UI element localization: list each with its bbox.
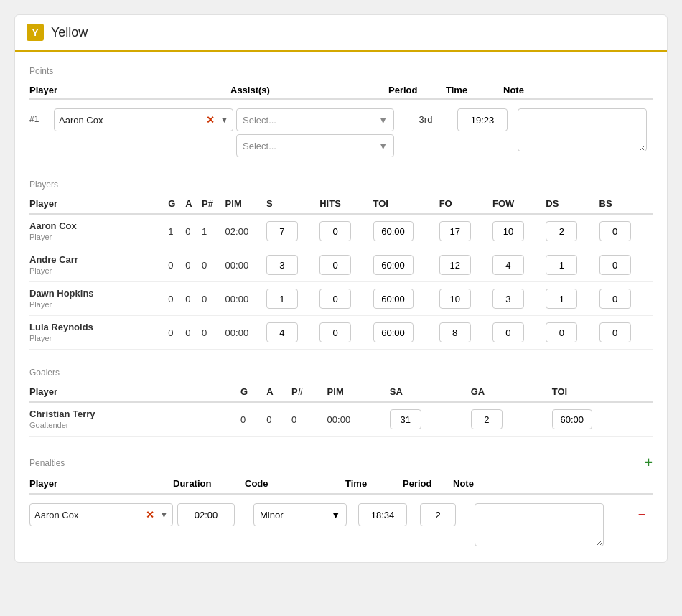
points-section-label: Points (29, 66, 653, 76)
player-toi-input[interactable] (373, 289, 414, 309)
team-badge: Y (27, 24, 44, 41)
players-col-toi: TOI (373, 195, 439, 214)
goaler-role: Goaltender (29, 421, 68, 429)
penalties-col-code: Code (245, 478, 345, 489)
player-p: 0 (202, 282, 225, 316)
points-player-name: Aaron Cox (59, 115, 200, 126)
points-note-textarea[interactable] (518, 108, 647, 151)
player-hits-input[interactable] (319, 255, 351, 275)
goaler-sa-input[interactable] (390, 409, 421, 429)
player-pim: 00:00 (225, 282, 266, 316)
player-a: 0 (185, 214, 202, 248)
players-col-p: P# (202, 195, 225, 214)
goaler-toi-input[interactable] (552, 409, 592, 429)
player-s-input[interactable] (266, 255, 298, 275)
player-hits-input[interactable] (319, 221, 351, 241)
points-player-clear-button[interactable]: ✕ (205, 114, 216, 126)
col-assists: Assist(s) (230, 85, 388, 95)
player-pim: 00:00 (225, 248, 266, 282)
player-fow-input[interactable] (492, 322, 524, 342)
divider-1 (29, 172, 653, 172)
points-player-select[interactable]: Aaron Cox ✕ ▼ (54, 108, 233, 131)
penalty-player-select[interactable]: Aaron Cox ✕ ▼ (29, 503, 173, 526)
table-row: Andre Carr Player 0 0 0 00:00 (29, 248, 653, 282)
players-col-player: Player (29, 195, 168, 214)
goaler-name: Christian Terry (29, 409, 236, 419)
penalties-col-duration: Duration (173, 478, 245, 489)
player-s-input[interactable] (266, 289, 298, 309)
player-ds-input[interactable] (546, 255, 577, 275)
player-hits-input[interactable] (319, 322, 351, 342)
player-toi-input[interactable] (373, 255, 414, 275)
player-ds-input[interactable] (546, 322, 577, 342)
goalers-col-g: G (240, 383, 266, 402)
penalties-col-period: Period (403, 478, 453, 489)
points-player-chevron-icon: ▼ (220, 116, 228, 124)
assist2-chevron-icon: ▼ (378, 141, 388, 151)
player-bs-input[interactable] (599, 255, 631, 275)
assist2-select[interactable]: Select... ▼ (236, 134, 394, 157)
goaler-ga-input[interactable] (471, 409, 503, 429)
player-role: Player (29, 300, 52, 309)
player-g: 0 (168, 282, 185, 316)
add-penalty-button[interactable]: + (644, 454, 653, 471)
goalers-col-a: A (266, 383, 291, 402)
goaler-a: 0 (266, 402, 291, 437)
players-col-fo: FO (439, 195, 492, 214)
players-table: Player G A P# PIM S HITS TOI FO FOW DS B… (29, 195, 653, 350)
player-a: 0 (185, 248, 202, 282)
divider-3 (29, 447, 653, 447)
player-fo-input[interactable] (439, 322, 471, 342)
goalers-col-p: P# (291, 383, 327, 402)
points-time-input[interactable] (457, 108, 508, 131)
player-pim: 00:00 (225, 316, 266, 350)
penalties-section-label: Penalties (29, 458, 65, 468)
penalty-code-select[interactable]: Minor ▼ (253, 503, 347, 526)
player-s-input[interactable] (266, 221, 298, 241)
player-fow-input[interactable] (492, 255, 524, 275)
assist2-placeholder: Select... (243, 141, 276, 151)
player-bs-input[interactable] (599, 221, 631, 241)
player-fow-input[interactable] (492, 289, 524, 309)
player-p: 1 (202, 214, 225, 248)
table-row: Lula Reynolds Player 0 0 0 00:00 (29, 316, 653, 350)
assist1-chevron-icon: ▼ (378, 115, 388, 126)
player-name-cell: Lula Reynolds Player (29, 316, 168, 350)
player-a: 0 (185, 316, 202, 350)
goalers-col-ga: GA (471, 383, 552, 402)
table-row: Aaron Cox Player 1 0 1 02:00 (29, 214, 653, 248)
player-toi-input[interactable] (373, 221, 414, 241)
remove-penalty-button[interactable]: − (631, 508, 653, 523)
assist1-select[interactable]: Select... ▼ (236, 108, 394, 131)
goalers-col-pim: PIM (327, 383, 390, 402)
col-time: Time (446, 85, 503, 95)
player-fo-input[interactable] (439, 221, 471, 241)
penalty-period-input[interactable] (420, 503, 456, 526)
goalers-section-label: Goalers (29, 368, 653, 378)
penalties-col-player: Player (29, 478, 173, 489)
player-fo-input[interactable] (439, 255, 471, 275)
col-note: Note (503, 85, 653, 95)
player-bs-input[interactable] (599, 289, 631, 309)
players-col-hits: HITS (319, 195, 373, 214)
players-col-g: G (168, 195, 185, 214)
player-toi-input[interactable] (373, 322, 414, 342)
player-g: 0 (168, 248, 185, 282)
player-bs-input[interactable] (599, 322, 631, 342)
penalties-header: Player Duration Code Time Period Note (29, 475, 653, 495)
player-fow-input[interactable] (492, 221, 524, 241)
penalty-player-clear-button[interactable]: ✕ (144, 509, 156, 521)
players-col-ds: DS (546, 195, 599, 214)
player-name-cell: Dawn Hopkins Player (29, 282, 168, 316)
player-ds-input[interactable] (546, 289, 577, 309)
penalties-col-note: Note (453, 478, 631, 489)
player-fo-input[interactable] (439, 289, 471, 309)
penalty-duration-input[interactable] (177, 503, 235, 526)
points-header: Player Assist(s) Period Time Note (29, 82, 653, 100)
player-hits-input[interactable] (319, 289, 351, 309)
players-col-bs: BS (599, 195, 653, 214)
player-ds-input[interactable] (546, 221, 577, 241)
penalty-note-textarea[interactable] (475, 503, 604, 546)
penalty-time-input[interactable] (358, 503, 407, 526)
player-s-input[interactable] (266, 322, 298, 342)
